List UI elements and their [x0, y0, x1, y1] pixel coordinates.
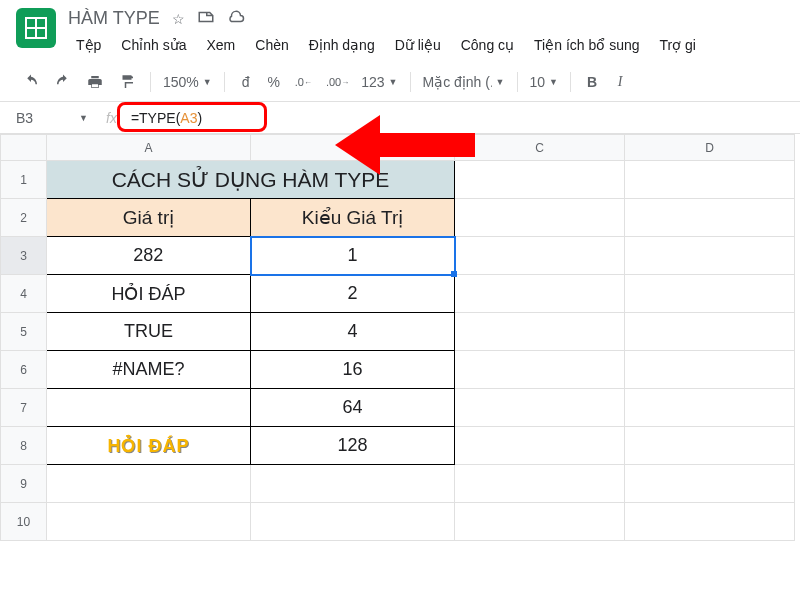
cell-c10[interactable] [455, 503, 625, 541]
font-size-value: 10 [530, 74, 546, 90]
cell-d2[interactable] [625, 199, 795, 237]
cell-d10[interactable] [625, 503, 795, 541]
menu-tools[interactable]: Công cụ [453, 33, 522, 57]
cell-c4[interactable] [455, 275, 625, 313]
cloud-icon[interactable] [227, 8, 245, 29]
cell-d1[interactable] [625, 161, 795, 199]
row-header[interactable]: 3 [1, 237, 47, 275]
select-all-corner[interactable] [1, 135, 47, 161]
cell-b3[interactable]: 1 [251, 237, 455, 275]
currency-button[interactable]: đ [233, 69, 259, 95]
col-header-d[interactable]: D [625, 135, 795, 161]
cell-b10[interactable] [251, 503, 455, 541]
row-header[interactable]: 5 [1, 313, 47, 351]
row-header[interactable]: 2 [1, 199, 47, 237]
cell-reference: A3 [180, 110, 197, 126]
fx-icon: fx [106, 110, 117, 126]
cell-b2[interactable]: Kiểu Giá Trị [251, 199, 455, 237]
percent-button[interactable]: % [261, 69, 287, 95]
cell-d5[interactable] [625, 313, 795, 351]
cell-a3[interactable]: 282 [47, 237, 251, 275]
row-header[interactable]: 4 [1, 275, 47, 313]
cell-c6[interactable] [455, 351, 625, 389]
cell-b5[interactable]: 4 [251, 313, 455, 351]
name-box[interactable]: B3 ▼ [16, 110, 96, 126]
star-icon[interactable]: ☆ [172, 11, 185, 27]
row-header[interactable]: 8 [1, 427, 47, 465]
increase-decimal-button[interactable]: .00→ [320, 69, 355, 95]
font-name: Mặc định (... [423, 74, 492, 90]
cell-d7[interactable] [625, 389, 795, 427]
row-header[interactable]: 6 [1, 351, 47, 389]
cell-b8[interactable]: 128 [251, 427, 455, 465]
cell-c5[interactable] [455, 313, 625, 351]
menu-file[interactable]: Tệp [68, 33, 109, 57]
cell-d8[interactable] [625, 427, 795, 465]
cell-d4[interactable] [625, 275, 795, 313]
sheets-logo[interactable] [16, 8, 56, 48]
col-header-a[interactable]: A [47, 135, 251, 161]
menu-data[interactable]: Dữ liệu [387, 33, 449, 57]
svg-marker-0 [335, 115, 475, 175]
font-size-select[interactable]: 10▼ [526, 72, 563, 92]
redo-button[interactable] [48, 69, 78, 95]
menu-view[interactable]: Xem [199, 33, 244, 57]
cell-a4[interactable]: HỎI ĐÁP [47, 275, 251, 313]
cell-d6[interactable] [625, 351, 795, 389]
cell-d9[interactable] [625, 465, 795, 503]
document-title[interactable]: HÀM TYPE [68, 8, 160, 29]
undo-button[interactable] [16, 69, 46, 95]
cell-a5[interactable]: TRUE [47, 313, 251, 351]
cell-a2[interactable]: Giá trị [47, 199, 251, 237]
cell-c8[interactable] [455, 427, 625, 465]
cell-b4[interactable]: 2 [251, 275, 455, 313]
spreadsheet-grid[interactable]: A B C D 1 CÁCH SỬ DỤNG HÀM TYPE 2 Giá tr… [0, 134, 795, 541]
cell-a8[interactable]: HỎI ĐÁP [47, 427, 251, 465]
cell-b7[interactable]: 64 [251, 389, 455, 427]
cell-c9[interactable] [455, 465, 625, 503]
bold-button[interactable]: B [579, 69, 605, 95]
zoom-value: 150% [163, 74, 199, 90]
hoidap-logo: HỎI ĐÁP [107, 436, 189, 456]
print-button[interactable] [80, 69, 110, 95]
cell-c3[interactable] [455, 237, 625, 275]
row-header[interactable]: 7 [1, 389, 47, 427]
cell-b6[interactable]: 16 [251, 351, 455, 389]
menu-insert[interactable]: Chèn [247, 33, 296, 57]
row-header[interactable]: 1 [1, 161, 47, 199]
menu-help[interactable]: Trợ gi [652, 33, 704, 57]
cell-a6[interactable]: #NAME? [47, 351, 251, 389]
menu-format[interactable]: Định dạng [301, 33, 383, 57]
zoom-select[interactable]: 150%▼ [159, 72, 216, 92]
move-icon[interactable] [197, 8, 215, 29]
cell-a10[interactable] [47, 503, 251, 541]
arrow-icon [335, 115, 485, 175]
cell-b9[interactable] [251, 465, 455, 503]
cell-a9[interactable] [47, 465, 251, 503]
row-header[interactable]: 9 [1, 465, 47, 503]
menu-edit[interactable]: Chỉnh sửa [113, 33, 194, 57]
menubar: Tệp Chỉnh sửa Xem Chèn Định dạng Dữ liệu… [68, 33, 784, 57]
toolbar: 150%▼ đ % .0← .00→ 123▼ Mặc định (...▼ 1… [0, 63, 800, 102]
paint-format-button[interactable] [112, 69, 142, 95]
cell-d3[interactable] [625, 237, 795, 275]
decrease-decimal-button[interactable]: .0← [289, 69, 318, 95]
row-header[interactable]: 10 [1, 503, 47, 541]
cell-a7[interactable] [47, 389, 251, 427]
cell-c2[interactable] [455, 199, 625, 237]
more-formats-button[interactable]: 123▼ [357, 72, 401, 92]
italic-button[interactable]: I [607, 69, 633, 95]
font-select[interactable]: Mặc định (...▼ [419, 72, 509, 92]
cell-c7[interactable] [455, 389, 625, 427]
menu-addons[interactable]: Tiện ích bổ sung [526, 33, 647, 57]
name-box-value: B3 [16, 110, 33, 126]
